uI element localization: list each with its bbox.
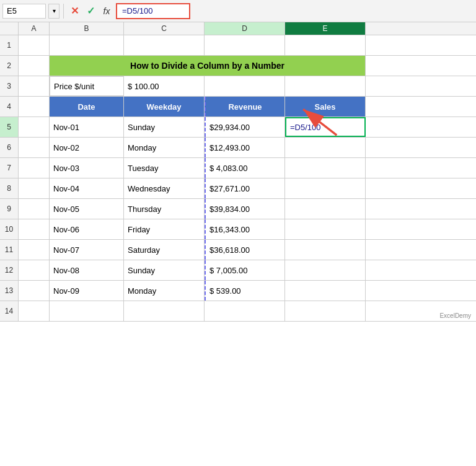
- cell-b1[interactable]: [50, 35, 124, 55]
- cell-c4-weekday[interactable]: Weekday: [124, 97, 205, 116]
- cell-b7[interactable]: Nov-03: [50, 158, 124, 178]
- cell-e6[interactable]: [285, 138, 366, 157]
- cell-d6[interactable]: $12,493.00: [205, 138, 285, 157]
- col-header-c[interactable]: C: [124, 22, 205, 35]
- cell-c8[interactable]: Wednesday: [124, 178, 205, 198]
- cell-e11[interactable]: [285, 240, 366, 260]
- cell-c1[interactable]: [124, 35, 205, 55]
- cell-c10[interactable]: Friday: [124, 219, 205, 239]
- cell-d9[interactable]: $39,834.00: [205, 199, 285, 219]
- cell-b3[interactable]: Price $/unit: [50, 76, 124, 96]
- cell-a4[interactable]: [19, 97, 50, 116]
- cell-b10[interactable]: Nov-06: [50, 219, 124, 239]
- row-header-11[interactable]: 11: [0, 240, 19, 260]
- row-header-13[interactable]: 13: [0, 281, 19, 301]
- cell-e4-sales[interactable]: Sales: [285, 97, 366, 116]
- cell-e13[interactable]: [285, 281, 366, 301]
- cell-b6[interactable]: Nov-02: [50, 138, 124, 157]
- price-value-text: $ 100.00: [128, 82, 159, 91]
- cell-a9[interactable]: [19, 199, 50, 219]
- row-header-14[interactable]: 14: [0, 301, 19, 321]
- cancel-button[interactable]: ✕: [68, 4, 81, 18]
- cell-e12[interactable]: [285, 260, 366, 280]
- cell-d12[interactable]: $ 7,005.00: [205, 260, 285, 280]
- cell-e7[interactable]: [285, 158, 366, 178]
- col-header-a[interactable]: A: [19, 22, 50, 35]
- row-header-8[interactable]: 8: [0, 178, 19, 198]
- row-header-2[interactable]: 2: [0, 56, 19, 76]
- cell-c12[interactable]: Sunday: [124, 260, 205, 280]
- cell-a14[interactable]: [19, 301, 50, 321]
- row-header-10[interactable]: 10: [0, 219, 19, 239]
- watermark: ExcelDemy: [439, 312, 471, 319]
- title-cell[interactable]: How to Divide a Column by a Number: [50, 56, 366, 76]
- fx-button[interactable]: fx: [100, 4, 113, 18]
- table-row: 14: [0, 301, 476, 322]
- spreadsheet-grid: 1 2 How to Divide a Column by a Number 3…: [0, 35, 476, 322]
- cell-b4-date[interactable]: Date: [50, 97, 124, 116]
- cell-b5[interactable]: Nov-01: [50, 117, 124, 137]
- cell-d14[interactable]: [205, 301, 285, 321]
- cell-a11[interactable]: [19, 240, 50, 260]
- cell-e10[interactable]: [285, 219, 366, 239]
- row-header-9[interactable]: 9: [0, 199, 19, 219]
- cell-d13[interactable]: $ 539.00: [205, 281, 285, 301]
- cell-c7[interactable]: Tuesday: [124, 158, 205, 178]
- row-header-12[interactable]: 12: [0, 260, 19, 280]
- cell-ref-dropdown[interactable]: ▾: [48, 4, 60, 19]
- col-header-b[interactable]: B: [50, 22, 124, 35]
- cell-c9[interactable]: Thursday: [124, 199, 205, 219]
- cell-a1[interactable]: [19, 35, 50, 55]
- cell-a13[interactable]: [19, 281, 50, 301]
- cell-a5[interactable]: [19, 117, 50, 137]
- row-header-3[interactable]: 3: [0, 76, 19, 96]
- cell-e1[interactable]: [285, 35, 366, 55]
- cell-e14[interactable]: [285, 301, 366, 321]
- col-header-e[interactable]: E: [285, 22, 366, 35]
- cell-d5[interactable]: $29,934.00: [205, 117, 285, 137]
- cell-d10[interactable]: $16,343.00: [205, 219, 285, 239]
- cell-b11[interactable]: Nov-07: [50, 240, 124, 260]
- row-header-4[interactable]: 4: [0, 97, 19, 116]
- cell-e5-formula[interactable]: =D5/100: [285, 117, 366, 137]
- cell-e3[interactable]: [285, 76, 366, 96]
- cell-e8[interactable]: [285, 178, 366, 198]
- cell-a2[interactable]: [19, 56, 50, 76]
- cell-c3[interactable]: $ 100.00: [124, 76, 205, 96]
- table-row: 11 Nov-07 Saturday $36,618.00: [0, 240, 476, 260]
- confirm-button[interactable]: ✓: [84, 4, 97, 18]
- cell-b13[interactable]: Nov-09: [50, 281, 124, 301]
- cell-c5[interactable]: Sunday: [124, 117, 205, 137]
- formula-input[interactable]: =D5/100: [116, 3, 190, 19]
- cell-a12[interactable]: [19, 260, 50, 280]
- cell-c11[interactable]: Saturday: [124, 240, 205, 260]
- cell-d8[interactable]: $27,671.00: [205, 178, 285, 198]
- row-header-6[interactable]: 6: [0, 138, 19, 157]
- corner-cell: [0, 22, 19, 35]
- row-header-5[interactable]: 5: [0, 117, 19, 137]
- cell-c14[interactable]: [124, 301, 205, 321]
- cell-c6[interactable]: Monday: [124, 138, 205, 157]
- row-header-1[interactable]: 1: [0, 35, 19, 55]
- cell-d3[interactable]: [205, 76, 285, 96]
- cell-a3[interactable]: [19, 76, 50, 96]
- cell-c13[interactable]: Monday: [124, 281, 205, 301]
- weekday-sunday: Sunday: [128, 123, 155, 132]
- cell-d11[interactable]: $36,618.00: [205, 240, 285, 260]
- row-header-7[interactable]: 7: [0, 158, 19, 178]
- cell-a7[interactable]: [19, 158, 50, 178]
- cell-b12[interactable]: Nov-08: [50, 260, 124, 280]
- cell-a8[interactable]: [19, 178, 50, 198]
- cell-a6[interactable]: [19, 138, 50, 157]
- cell-d7[interactable]: $ 4,083.00: [205, 158, 285, 178]
- cell-a10[interactable]: [19, 219, 50, 239]
- col-header-d[interactable]: D: [205, 22, 285, 35]
- cell-ref-box[interactable]: E5: [2, 4, 46, 19]
- cell-d4-revenue[interactable]: Revenue: [205, 97, 285, 116]
- cell-e9[interactable]: [285, 199, 366, 219]
- cell-d1[interactable]: [205, 35, 285, 55]
- table-row: 5 Nov-01 Sunday $29,934.00 =D5/100: [0, 117, 476, 138]
- cell-b9[interactable]: Nov-05: [50, 199, 124, 219]
- cell-b8[interactable]: Nov-04: [50, 178, 124, 198]
- cell-b14[interactable]: [50, 301, 124, 321]
